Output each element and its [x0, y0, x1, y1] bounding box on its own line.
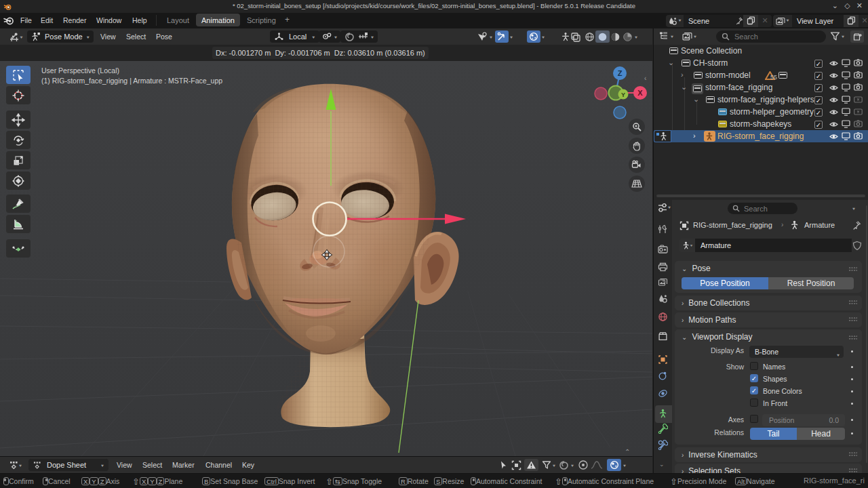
svg-text:Z: Z — [618, 69, 623, 77]
svg-text:X: X — [637, 89, 643, 97]
svg-text:Y: Y — [621, 92, 625, 98]
